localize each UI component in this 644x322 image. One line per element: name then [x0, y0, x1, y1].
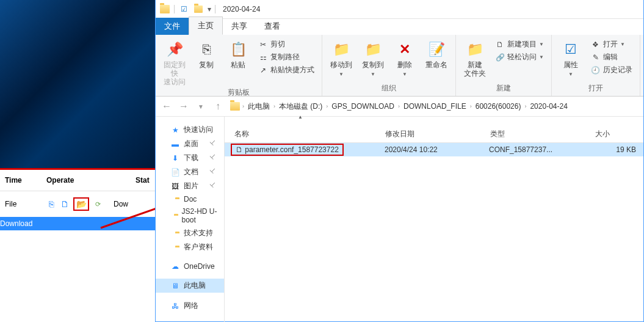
- history-button[interactable]: 🕘历史记录: [588, 64, 635, 76]
- nav-thispc[interactable]: 🖥此电脑: [156, 279, 224, 293]
- pictures-icon: 🖼: [170, 182, 180, 191]
- nav-desktop[interactable]: ▬桌面⊥: [156, 137, 224, 151]
- file-date: 2020/4/24 10:22: [380, 145, 484, 154]
- folder-open-highlight: 📂: [73, 197, 89, 211]
- nav-doc[interactable]: Doc: [156, 193, 224, 205]
- tab-file[interactable]: 文件: [156, 18, 189, 35]
- qat-dropdown[interactable]: ▾: [208, 5, 211, 13]
- shortcut-icon: ↗: [258, 66, 268, 75]
- copy-small-icon[interactable]: ⎘: [46, 199, 56, 209]
- filename-highlight-box: 🗋 parameter.conf_1587723722: [231, 144, 344, 156]
- file-name-cell: 🗋 parameter.conf_1587723722: [225, 144, 380, 156]
- nav-back-button[interactable]: ←: [159, 99, 174, 114]
- clipboard-group-label: 剪贴板: [161, 86, 317, 99]
- content-area: ★快速访问 ▬桌面⊥ ⬇下载⊥ 📄文档⊥ 🖼图片⊥ Doc JS2-HD U-b…: [156, 117, 643, 322]
- nav-js2[interactable]: JS2-HD U-boot: [156, 205, 224, 226]
- crumb-1[interactable]: 本地磁盘 (D:): [278, 101, 324, 112]
- download-icon: ⬇: [170, 154, 180, 163]
- tab-share[interactable]: 共享: [223, 18, 256, 35]
- folder-open-icon[interactable]: 📂: [76, 199, 86, 209]
- star-icon: ★: [170, 126, 180, 134]
- file-size: 19 KB: [588, 145, 641, 154]
- nav-forward-button[interactable]: →: [176, 99, 191, 114]
- desktop-icon: ▬: [170, 140, 180, 148]
- paste-shortcut-button[interactable]: ↗粘贴快捷方式: [256, 64, 317, 76]
- properties-button[interactable]: ☑属性▼: [557, 37, 585, 79]
- tab-view[interactable]: 查看: [256, 18, 289, 35]
- crumb-5[interactable]: 2020-04-24: [529, 102, 568, 111]
- breadcrumb-folder-icon: [230, 102, 240, 111]
- file-row[interactable]: 🗋 parameter.conf_1587723722 2020/4/24 10…: [225, 143, 643, 156]
- new-item-icon: 🗋: [495, 40, 505, 49]
- onedrive-icon: ☁: [170, 262, 180, 271]
- col-time: Time: [0, 172, 42, 188]
- edit-button[interactable]: ✎编辑: [588, 51, 635, 63]
- copy-path-button[interactable]: ⚏复制路径: [256, 51, 317, 63]
- back-row-download[interactable]: Download: [0, 217, 155, 230]
- header-name[interactable]: 名称: [225, 125, 380, 142]
- new-folder-icon: 📁: [465, 40, 485, 59]
- tab-home[interactable]: 主页: [189, 16, 223, 35]
- crumb-4[interactable]: 60026(60026): [474, 102, 523, 111]
- move-to-button[interactable]: 📁移动到▼: [327, 37, 355, 79]
- paste-button[interactable]: 📋粘贴: [224, 37, 252, 69]
- col-operate: Operate: [42, 172, 131, 188]
- pin-to-quick-button[interactable]: 📌固定到快 速访问: [161, 37, 189, 86]
- new-folder-button[interactable]: 📁新建 文件夹: [461, 37, 489, 78]
- address-bar: ← → ▼ ↑ › 此电脑› 本地磁盘 (D:)› GPS_DOWNLOAD› …: [156, 97, 643, 117]
- open-icon: ❖: [591, 40, 601, 49]
- rename-button[interactable]: 📝重命名: [422, 37, 450, 69]
- copyto-icon: 📁: [363, 40, 383, 59]
- nav-up-button[interactable]: ↑: [211, 99, 225, 114]
- sync-small-icon[interactable]: ⟳: [93, 199, 103, 209]
- nav-quick-access[interactable]: ★快速访问: [156, 123, 224, 137]
- ribbon-tabs: 文件 主页 共享 查看: [156, 19, 643, 35]
- moveto-icon: 📁: [331, 40, 351, 59]
- open-group-label: 打开: [557, 82, 635, 95]
- file-name: parameter.conf_1587723722: [245, 145, 338, 154]
- nav-documents[interactable]: 📄文档⊥: [156, 165, 224, 179]
- explorer-window: ☑ ▾ 2020-04-24 文件 主页 共享 查看 📌固定到快 速访问 ⎘复制…: [155, 0, 644, 322]
- sort-indicator: ▲: [298, 114, 303, 120]
- header-type[interactable]: 类型: [485, 125, 590, 142]
- path-icon: ⚏: [258, 53, 268, 62]
- nav-tech[interactable]: 技术支持: [156, 226, 224, 240]
- breadcrumb[interactable]: › 此电脑› 本地磁盘 (D:)› GPS_DOWNLOAD› DOWNLOAD…: [228, 100, 640, 113]
- open-button[interactable]: ❖打开 ▼: [588, 38, 635, 50]
- header-date[interactable]: 修改日期: [380, 125, 485, 142]
- row-download-label: Download: [0, 219, 32, 228]
- copy-to-button[interactable]: 📁复制到▼: [359, 37, 387, 79]
- new-item-button[interactable]: 🗋新建项目 ▼: [493, 38, 546, 50]
- network-icon: 🖧: [170, 302, 180, 310]
- crumb-2[interactable]: GPS_DOWNLOAD: [330, 102, 396, 111]
- easy-access-icon: 🔗: [495, 53, 505, 62]
- pin-icon: 📌: [165, 40, 184, 59]
- operate-status: Dow: [107, 200, 128, 208]
- cut-button[interactable]: ✂剪切: [256, 38, 317, 50]
- delete-button[interactable]: ✕删除▼: [391, 37, 419, 79]
- file-type: CONF_15877237...: [484, 145, 588, 154]
- crumb-3[interactable]: DOWNLOAD_FILE: [402, 102, 468, 111]
- nav-customer[interactable]: 客户资料: [156, 240, 224, 254]
- group-open: ☑属性▼ ❖打开 ▼ ✎编辑 🕘历史记录 打开: [552, 35, 640, 96]
- doc-small-icon[interactable]: 🗋: [60, 199, 70, 209]
- navigation-pane: ★快速访问 ▬桌面⊥ ⬇下载⊥ 📄文档⊥ 🖼图片⊥ Doc JS2-HD U-b…: [156, 117, 225, 322]
- nav-downloads[interactable]: ⬇下载⊥: [156, 151, 224, 165]
- nav-onedrive[interactable]: ☁OneDrive: [156, 260, 224, 273]
- copy-icon: ⎘: [197, 40, 216, 59]
- header-size[interactable]: 大小: [590, 125, 643, 142]
- easy-access-button[interactable]: 🔗轻松访问 ▼: [493, 51, 546, 63]
- copy-button[interactable]: ⎘复制: [192, 37, 220, 69]
- crumb-0[interactable]: 此电脑: [247, 101, 271, 112]
- properties-icon: ☑: [561, 40, 581, 59]
- group-select: ▦全部选择 ▢全部取消 ◩反向选择 选择: [640, 35, 644, 96]
- window-title: 2020-04-24: [223, 5, 260, 13]
- folder-small-icon[interactable]: [193, 4, 204, 15]
- nav-recent-button[interactable]: ▼: [194, 99, 208, 114]
- back-row-file[interactable]: File ⎘ 🗋 📂 ⟳ Dow: [0, 191, 155, 217]
- nav-network[interactable]: 🖧网络: [156, 299, 224, 313]
- checkbox-icon[interactable]: ☑: [178, 4, 189, 15]
- nav-pictures[interactable]: 🖼图片⊥: [156, 179, 224, 193]
- documents-icon: 📄: [170, 168, 180, 177]
- col-status: Stat: [131, 172, 154, 188]
